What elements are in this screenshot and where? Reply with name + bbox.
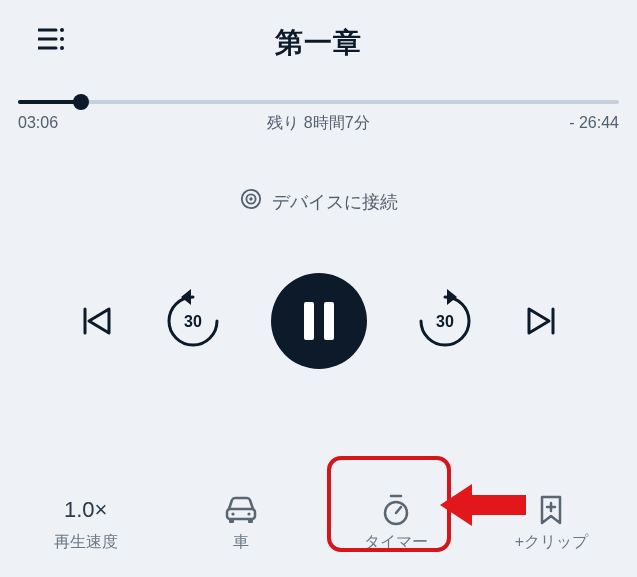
sleep-timer-button[interactable]: タイマー <box>341 494 451 553</box>
remaining-overall: 残り 8時間7分 <box>267 113 369 134</box>
svg-point-16 <box>231 512 234 515</box>
timer-label: タイマー <box>364 532 428 553</box>
clip-label: +クリップ <box>515 532 588 553</box>
svg-marker-12 <box>447 289 457 305</box>
car-icon <box>223 494 259 526</box>
next-track-button[interactable] <box>523 303 559 339</box>
add-clip-button[interactable]: +クリップ <box>496 494 606 553</box>
forward-seconds-label: 30 <box>436 313 454 330</box>
chapters-menu-icon[interactable] <box>38 28 66 52</box>
connect-device-label: デバイスに接続 <box>272 190 398 214</box>
playback-controls: 30 30 <box>0 273 637 369</box>
car-label: 車 <box>233 532 249 553</box>
svg-rect-19 <box>248 519 253 523</box>
svg-point-3 <box>60 37 64 41</box>
svg-marker-14 <box>529 309 549 333</box>
rewind-seconds-label: 30 <box>184 313 202 330</box>
remaining-chapter: - 26:44 <box>569 114 619 132</box>
svg-point-5 <box>60 46 64 50</box>
previous-track-button[interactable] <box>79 303 115 339</box>
svg-rect-15 <box>227 509 255 519</box>
speed-label: 再生速度 <box>54 532 118 553</box>
svg-rect-18 <box>229 519 234 523</box>
pause-icon <box>304 302 314 340</box>
cast-icon <box>240 188 262 215</box>
progress-section <box>0 78 637 104</box>
svg-point-1 <box>60 28 64 32</box>
playback-speed-button[interactable]: 1.0× 再生速度 <box>31 494 141 553</box>
svg-line-22 <box>396 507 401 513</box>
rewind-30-button[interactable]: 30 <box>161 289 225 353</box>
speed-value: 1.0× <box>64 497 107 523</box>
chapter-title: 第一章 <box>275 24 362 62</box>
svg-point-17 <box>247 512 250 515</box>
pause-icon <box>324 302 334 340</box>
pause-button[interactable] <box>271 273 367 369</box>
car-mode-button[interactable]: 車 <box>186 494 296 553</box>
svg-marker-11 <box>181 289 191 305</box>
elapsed-time: 03:06 <box>18 114 58 132</box>
svg-point-8 <box>249 197 252 200</box>
forward-30-button[interactable]: 30 <box>413 289 477 353</box>
player-header: 第一章 <box>0 0 637 78</box>
timer-icon <box>380 494 412 526</box>
connect-device-button[interactable]: デバイスに接続 <box>0 188 637 215</box>
svg-marker-10 <box>89 309 109 333</box>
bottom-toolbar: 1.0× 再生速度 車 タイマー <box>0 476 637 577</box>
bookmark-plus-icon <box>537 494 565 526</box>
